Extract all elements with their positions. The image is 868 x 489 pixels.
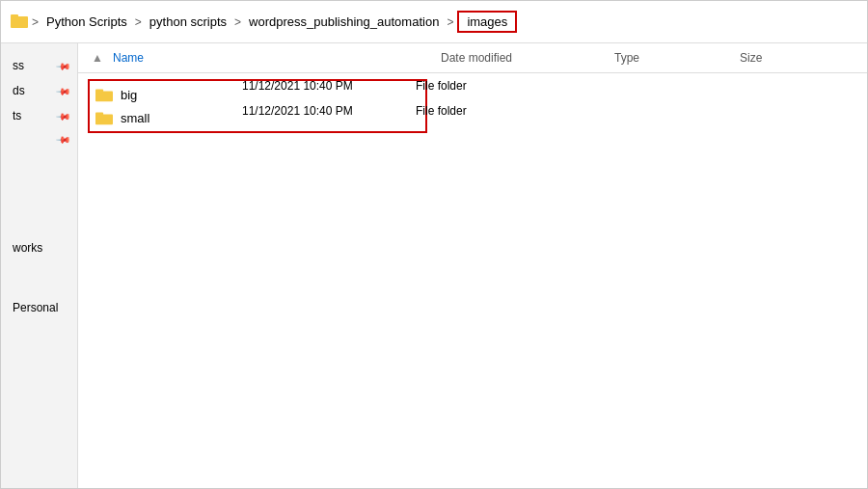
breadcrumb-python-scripts[interactable]: Python Scripts [42,13,131,31]
file-date-small: 11/12/2021 10:40 PM [242,104,416,118]
file-details: 11/12/2021 10:40 PM File folder 11/12/20… [242,73,857,123]
breadcrumb-current[interactable]: images [457,11,517,33]
pin-icon-ss: 📌 [56,58,71,73]
file-area: ▲ Name Date modified Type Size big [78,43,867,488]
sidebar-item-ss[interactable]: ss 📌 [1,53,77,78]
file-detail-row-big: 11/12/2021 10:40 PM File folder [242,73,857,98]
file-list: big small 11/12/2021 10:40 PM [78,73,867,488]
address-bar: > Python Scripts > python scripts > word… [1,1,867,43]
breadcrumb-separator-0: > [32,15,39,29]
file-size-small [541,104,618,118]
column-date-header: Date modified [441,51,614,65]
column-headers: ▲ Name Date modified Type Size [78,43,867,73]
pin-icon-blank: 📌 [56,131,71,147]
file-date-big: 11/12/2021 10:40 PM [242,79,416,93]
file-detail-row-small: 11/12/2021 10:40 PM File folder [242,98,857,123]
sidebar-label-ds: ds [13,84,25,97]
breadcrumb: > Python Scripts > python scripts > word… [11,11,857,33]
pin-icon-ds: 📌 [56,83,71,98]
file-size-big [541,79,618,93]
breadcrumb-separator-3: > [447,15,453,29]
pin-icon-ts: 📌 [56,108,71,123]
sidebar-label-ts: ts [13,109,21,122]
breadcrumb-separator-2: > [234,15,241,29]
breadcrumb-wp-auto[interactable]: wordpress_publishing_automation [245,13,443,31]
folder-icon-big [95,87,113,102]
main-content: ss 📌 ds 📌 ts 📌 📌 works Personal [1,43,867,488]
file-explorer-window: > Python Scripts > python scripts > word… [0,0,868,489]
sidebar-section-works[interactable]: works [1,228,77,258]
breadcrumb-python-scripts-lower[interactable]: python scripts [146,13,231,31]
folder-icon-small [95,110,113,125]
folder-icon [11,13,28,31]
column-type-header: Type [614,51,740,65]
breadcrumb-separator-1: > [135,15,142,29]
svg-rect-1 [11,14,18,18]
file-type-small: File folder [416,104,541,118]
sidebar-item-blank[interactable]: 📌 [1,128,77,150]
column-size-header: Size [740,51,817,65]
sidebar-section-personal[interactable]: Personal [1,287,77,318]
svg-rect-5 [95,113,103,117]
svg-rect-3 [95,90,103,94]
sidebar-item-ds[interactable]: ds 📌 [1,78,77,103]
column-name-header[interactable]: Name [113,51,441,65]
sidebar-item-ts[interactable]: ts 📌 [1,103,77,128]
sidebar: ss 📌 ds 📌 ts 📌 📌 works Personal [1,43,78,488]
file-type-big: File folder [416,79,541,93]
scroll-up-button[interactable]: ▲ [88,49,107,67]
sidebar-label-ss: ss [13,59,24,72]
